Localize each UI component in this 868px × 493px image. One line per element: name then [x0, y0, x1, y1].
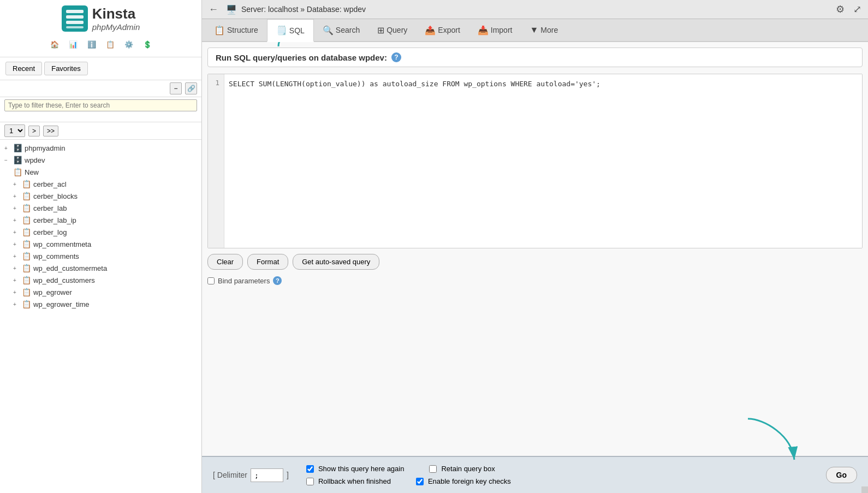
clear-filter-icon[interactable]: ✕ [0, 111, 1, 120]
bind-params-checkbox[interactable] [207, 277, 215, 284]
info-icon[interactable]: ℹ️ [85, 37, 99, 51]
collapse-button[interactable]: − [170, 82, 182, 94]
rollback-row: Rollback when finished Enable foreign ke… [306, 477, 511, 485]
table-item-cerber_lab[interactable]: + 📋 cerber_lab [0, 202, 201, 214]
format-button[interactable]: Format [247, 254, 288, 270]
auto-saved-button[interactable]: Get auto-saved query [293, 254, 379, 270]
sql-actions: Clear Format Get auto-saved query [207, 254, 863, 270]
tab-import-label: Import [491, 26, 513, 34]
page-end-button[interactable]: >> [43, 126, 58, 136]
filter-box: ✕ [0, 97, 201, 122]
svg-rect-1 [66, 10, 84, 13]
tab-sql[interactable]: 🗒️ SQL [267, 19, 314, 42]
retain-query-checkbox[interactable] [429, 465, 437, 473]
table-item-cerber_acl[interactable]: + 📋 cerber_acl [0, 178, 201, 190]
back-button[interactable]: ← [209, 4, 218, 15]
table-item-wp_egrower_time[interactable]: + 📋 wp_egrower_time [0, 298, 201, 310]
db-label: wpdev [25, 156, 45, 164]
structure-tab-icon: 📋 [214, 25, 225, 35]
main-settings-icon[interactable]: ⚙ [836, 3, 845, 15]
foreign-key-label: Enable foreign key checks [428, 477, 511, 485]
table-item-cerber_lab_ip[interactable]: + 📋 cerber_lab_ip [0, 214, 201, 226]
bind-params-row: Bind parameters ? [207, 274, 863, 287]
sql-editor: 1 SELECT SUM(LENGTH(option_value)) as au… [207, 74, 863, 248]
tab-import[interactable]: 📥 Import [469, 20, 521, 42]
table-icon: 📋 [22, 288, 31, 296]
table-item-cerber_log[interactable]: + 📋 cerber_log [0, 226, 201, 238]
sql-tab-icon: 🗒️ [276, 25, 287, 35]
query-tab-icon: ⊞ [377, 25, 384, 35]
svg-rect-2 [66, 15, 84, 19]
table-icon: 📋 [22, 228, 31, 236]
copy-icon[interactable]: 📋 [103, 37, 117, 51]
table-item-wp_commentmeta[interactable]: + 📋 wp_commentmeta [0, 238, 201, 250]
favorites-button[interactable]: Favorites [44, 62, 87, 75]
maximize-icon[interactable]: ⤢ [853, 3, 861, 15]
sidebar: Kinsta phpMyAdmin 🏠 📊 ℹ️ 📋 ⚙️ 💲 Recent F… [0, 0, 202, 493]
table-item-wp_edd_customers[interactable]: + 📋 wp_edd_customers [0, 274, 201, 286]
table-label: cerber_acl [33, 180, 67, 188]
go-button[interactable]: Go [826, 467, 857, 483]
sql-callout: Run SQL query/queries on database wpdev:… [207, 47, 863, 67]
table-icon: 📋 [22, 192, 31, 200]
rollback-checkbox[interactable] [306, 478, 314, 485]
home-icon[interactable]: 🏠 [47, 37, 62, 51]
sql-textarea[interactable]: SELECT SUM(LENGTH(option_value)) as auto… [224, 74, 862, 248]
tab-export-label: Export [438, 26, 460, 34]
table-item-wp_egrower[interactable]: + 📋 wp_egrower [0, 286, 201, 298]
expand-icon: + [4, 145, 11, 151]
show-query-row: Show this query here again Retain query … [306, 465, 511, 473]
page-forward-button[interactable]: > [28, 126, 40, 136]
server-icon: 🖥️ [226, 4, 237, 15]
table-label: cerber_blocks [33, 192, 78, 200]
page-select[interactable]: 1 [4, 124, 25, 137]
new-label: New [25, 168, 39, 176]
sidebar-icons: 🏠 📊 ℹ️ 📋 ⚙️ 💲 [47, 37, 154, 51]
db-item-phpmyadmin[interactable]: + 🗄️ phpmyadmin [0, 142, 201, 154]
db-item-wpdev[interactable]: − 🗄️ wpdev [0, 154, 201, 166]
tab-structure-label: Structure [227, 26, 258, 34]
sidebar-header: Kinsta phpMyAdmin 🏠 📊 ℹ️ 📋 ⚙️ 💲 [0, 0, 201, 57]
expand-icon: + [13, 253, 20, 259]
link-button[interactable]: 🔗 [185, 82, 197, 94]
tab-export[interactable]: 📤 Export [416, 20, 468, 42]
search-tab-icon: 🔍 [323, 25, 334, 35]
bind-params-help-icon[interactable]: ? [273, 276, 282, 285]
expand-icon: + [13, 289, 20, 295]
money-icon[interactable]: 💲 [140, 37, 154, 51]
table-label: wp_edd_customermeta [33, 264, 107, 272]
line-numbers: 1 [208, 74, 224, 248]
table-item-wp_comments[interactable]: + 📋 wp_comments [0, 250, 201, 262]
table-icon: 📋 [22, 180, 31, 188]
import-tab-icon: 📥 [478, 25, 489, 35]
delimiter-wrap: [ Delimiter ] [213, 468, 289, 482]
new-icon: 📋 [13, 168, 22, 176]
resize-corner[interactable] [861, 486, 868, 493]
table-label: wp_egrower [33, 288, 72, 296]
table-item-wp_edd_customermeta[interactable]: + 📋 wp_edd_customermeta [0, 262, 201, 274]
settings-icon[interactable]: ⚙️ [122, 37, 136, 51]
bottom-panel: [ Delimiter ] Show this query here again… [202, 456, 868, 493]
database-icon[interactable]: 📊 [66, 37, 80, 51]
table-icon: 📋 [22, 216, 31, 224]
delimiter-close-bracket: ] [287, 471, 289, 479]
svg-rect-4 [66, 26, 84, 28]
new-table-item[interactable]: 📋 New [0, 166, 201, 178]
table-item-cerber_blocks[interactable]: + 📋 cerber_blocks [0, 190, 201, 202]
expand-icon: + [13, 265, 20, 271]
db-label: phpmyadmin [25, 144, 65, 152]
show-query-checkbox[interactable] [306, 465, 314, 473]
tab-structure[interactable]: 📋 Structure [205, 20, 267, 42]
callout-help-icon[interactable]: ? [391, 52, 401, 62]
recent-button[interactable]: Recent [5, 62, 42, 75]
tab-search[interactable]: 🔍 Search [314, 20, 368, 42]
delimiter-input[interactable] [251, 468, 283, 482]
clear-button[interactable]: Clear [207, 254, 243, 270]
sidebar-nav: Recent Favorites [0, 57, 201, 80]
breadcrumb: Server: localhost » Database: wpdev [241, 5, 366, 14]
sidebar-controls: − 🔗 [0, 80, 201, 97]
foreign-key-checkbox[interactable] [416, 478, 424, 485]
tab-more[interactable]: ▼ More [521, 20, 567, 41]
filter-input[interactable] [4, 99, 197, 111]
tab-query[interactable]: ⊞ Query [368, 20, 416, 42]
